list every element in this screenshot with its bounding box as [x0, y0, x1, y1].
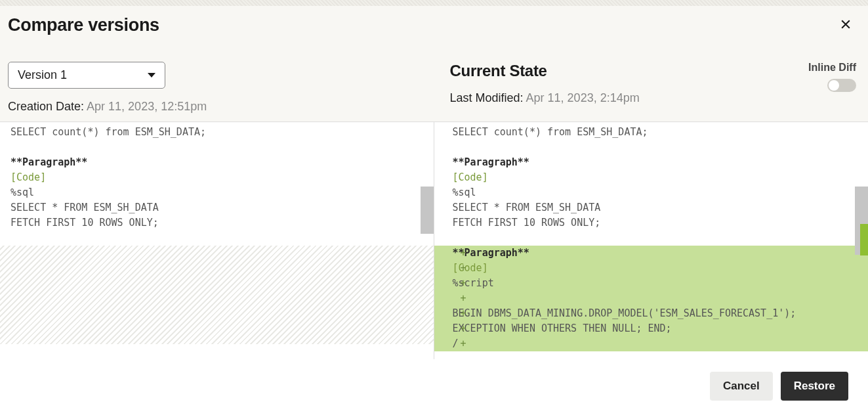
- code-line: BEGIN DBMS_DATA_MINING.DROP_MODEL('ESM_S…: [453, 307, 796, 319]
- scrollbar[interactable]: [421, 187, 434, 234]
- code-line: SELECT count(*) from ESM_SH_DATA;: [10, 126, 206, 138]
- code-line: [453, 232, 459, 244]
- inline-diff-toggle[interactable]: [827, 79, 856, 92]
- added-block: +**Paragraph**+[Code]+%script+ +BEGIN DB…: [434, 246, 869, 351]
- restore-button[interactable]: Restore: [781, 372, 848, 401]
- last-modified-value: Apr 11, 2023, 2:14pm: [526, 91, 640, 104]
- diff-plus-marker: +: [461, 261, 466, 276]
- current-state-heading: Current State: [450, 62, 856, 80]
- diff-plus-marker: +: [461, 306, 466, 321]
- dialog-title: Compare versions: [8, 15, 159, 35]
- close-icon: [839, 18, 852, 31]
- version-select[interactable]: Version 1: [8, 62, 165, 89]
- creation-date-label: Creation Date:: [8, 100, 87, 113]
- code-line: /: [453, 338, 459, 349]
- code-line: [Code]: [453, 262, 488, 274]
- code-line: SELECT count(*) from ESM_SH_DATA;: [453, 126, 648, 138]
- code-line: FETCH FIRST 10 ROWS ONLY;: [10, 217, 159, 229]
- code-line: [10, 232, 16, 244]
- cancel-button[interactable]: Cancel: [710, 372, 773, 401]
- code-line: EXCEPTION WHEN OTHERS THEN NULL; END;: [453, 322, 672, 334]
- last-modified-label: Last Modified:: [450, 91, 526, 104]
- compare-versions-dialog: Compare versions Version 1 Creation Date…: [0, 6, 868, 419]
- dialog-header: Compare versions: [0, 6, 868, 41]
- code-line: [453, 141, 459, 153]
- left-pane[interactable]: SELECT count(*) from ESM_SH_DATA; **Para…: [0, 122, 434, 359]
- sub-header: Version 1 Creation Date: Apr 11, 2023, 1…: [0, 41, 868, 122]
- code-line: %sql: [453, 187, 476, 198]
- removed-placeholder: [0, 246, 434, 344]
- diff-indicator: [860, 224, 868, 255]
- toggle-knob: [829, 80, 839, 91]
- diff-plus-marker: +: [461, 291, 466, 306]
- dialog-footer: Cancel Restore: [0, 359, 868, 419]
- diff-plus-marker: +: [461, 246, 466, 261]
- code-line: %sql: [10, 187, 34, 198]
- version-select-label: Version 1: [18, 68, 67, 82]
- code-line: [453, 292, 459, 304]
- close-button[interactable]: [837, 15, 855, 33]
- right-pane[interactable]: SELECT count(*) from ESM_SH_DATA; **Para…: [434, 122, 869, 359]
- creation-date-value: Apr 11, 2023, 12:51pm: [87, 100, 207, 113]
- code-line: [Code]: [453, 171, 488, 183]
- code-line: [10, 141, 16, 153]
- chevron-down-icon: [148, 73, 155, 77]
- code-line: [Code]: [10, 171, 46, 183]
- code-line: SELECT * FROM ESM_SH_DATA: [453, 202, 601, 213]
- code-line: SELECT * FROM ESM_SH_DATA: [10, 202, 159, 213]
- code-line: **Paragraph**: [10, 156, 87, 168]
- diff-plus-marker: +: [461, 336, 466, 351]
- diff-body: SELECT count(*) from ESM_SH_DATA; **Para…: [0, 122, 868, 359]
- code-line: **Paragraph**: [453, 156, 529, 168]
- code-line: FETCH FIRST 10 ROWS ONLY;: [453, 217, 601, 229]
- diff-plus-marker: +: [461, 276, 466, 291]
- inline-diff-label: Inline Diff: [808, 62, 856, 74]
- diff-plus-marker: +: [461, 321, 466, 336]
- code-line: %script: [453, 277, 494, 289]
